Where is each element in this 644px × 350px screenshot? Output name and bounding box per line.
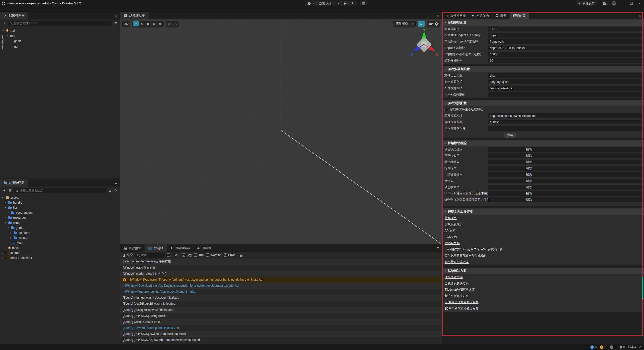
text-input[interactable]: language/texture — [488, 86, 642, 91]
notification-count[interactable]: 0 — [620, 345, 625, 349]
remove-module-button[interactable]: 剔除 — [488, 197, 642, 202]
doc-link[interactable]: 游戏模板项目 — [445, 222, 463, 227]
text-input[interactable] — [488, 92, 642, 97]
regex-checkbox[interactable]: 正则 — [167, 253, 177, 257]
remove-module-button[interactable]: 剔除 — [488, 160, 642, 164]
hierarchy-search-input[interactable] — [13, 22, 110, 25]
3d-mode-button[interactable]: 3D — [122, 21, 130, 27]
hierarchy-node[interactable]: main — [0, 28, 120, 33]
solution-link[interactable]: Tiledmap地图解决方案 — [445, 288, 475, 292]
section-header[interactable]: ▾ 框架解决方案 — [442, 268, 644, 274]
rotate-tool-button[interactable]: ↻ — [139, 21, 145, 26]
remove-module-button[interactable]: 剔除 — [488, 147, 642, 152]
asset-node[interactable]: internal — [0, 250, 120, 255]
solution-link[interactable]: 2D角色扮演游戏解决方案 — [445, 300, 478, 304]
scene-settings-button[interactable] — [433, 21, 439, 26]
remove-module-button[interactable]: 剔除 — [488, 172, 642, 177]
tab-hierarchy[interactable]: 层级管理器 — [0, 12, 28, 19]
doc-link[interactable]: Excel格式转Json文件与TypeScript代码工具 — [445, 247, 503, 252]
inspector-scrollbar-thumb[interactable] — [642, 277, 643, 299]
hierarchy-node[interactable]: gui — [0, 44, 120, 49]
build-publish-button[interactable]: 构建发布 — [576, 1, 597, 6]
text-input[interactable]: 60 — [488, 58, 642, 63]
tab-assets-preview[interactable]: ▤ 资源预览 — [120, 244, 145, 252]
remote-load-checkbox[interactable] — [444, 108, 448, 111]
camera-settings-button[interactable] — [427, 21, 433, 26]
remove-module-button[interactable]: 剔除 — [488, 191, 642, 196]
tab-services[interactable]: 服务 — [492, 12, 510, 19]
coordinate-toggle-button[interactable]: ◇ — [172, 21, 178, 26]
expand-chevron-icon[interactable] — [8, 227, 11, 229]
scene-viewport[interactable]: 3D + ↻ ▣ ▭ ∪ ◻ ◇ 正常渲染 ▾ — [120, 19, 442, 244]
asset-node[interactable]: initialize — [0, 235, 120, 240]
asset-node[interactable]: game — [0, 225, 120, 230]
expand-chevron-icon[interactable] — [7, 35, 10, 37]
create-node-button[interactable]: + — [2, 21, 6, 25]
expand-chevron-icon[interactable]: › — [128, 278, 129, 281]
create-asset-button[interactable]: + — [2, 189, 6, 192]
scale-tool-button[interactable]: ▣ — [145, 21, 151, 26]
asset-node[interactable]: libs — [0, 205, 120, 210]
doc-link[interactable]: 原生包热更新配置自动生成插件 — [445, 254, 487, 258]
hierarchy-node[interactable]: root — [0, 33, 120, 38]
text-input[interactable]: 1.0.5 — [488, 27, 642, 31]
console-search-input[interactable] — [141, 253, 163, 257]
qr-preview-button[interactable]: ▦ — [360, 1, 367, 5]
assets-search-input[interactable] — [19, 189, 104, 192]
hierarchy-node[interactable]: game — [0, 38, 120, 44]
remove-module-button[interactable]: 剔除 — [488, 179, 642, 183]
scene-select[interactable]: 当前场景 ▾ — [316, 1, 342, 6]
solution-link[interactable]: 战棋游戏框架 — [445, 275, 463, 279]
reload-button[interactable]: ↻ — [349, 1, 357, 6]
render-mode-select[interactable]: 正常渲染 ▾ — [393, 21, 416, 27]
warning-count[interactable]: ! 1 — [600, 345, 607, 349]
text-input[interactable]: oops — [488, 33, 642, 38]
open-project-folder-button[interactable] — [601, 1, 608, 6]
help-button[interactable]: ? — [612, 1, 616, 6]
lighting-toggle-button[interactable] — [418, 21, 425, 27]
minimize-button[interactable]: — — [621, 2, 625, 5]
expand-chevron-icon[interactable]: › — [123, 290, 124, 293]
section-header[interactable]: ▾ 游戏基础配置 — [442, 19, 644, 26]
section-header[interactable]: ▾ 游戏多语言配置 — [442, 66, 644, 72]
section-header[interactable]: ▾ 游戏资源配置 — [442, 100, 644, 106]
tab-scene-editor[interactable]: 场景编辑器 — [120, 12, 148, 19]
filter-checkbox[interactable]: Log — [182, 253, 192, 257]
pivot-toggle-button[interactable]: ◻ — [166, 21, 172, 26]
asset-node[interactable]: main — [0, 245, 120, 250]
expand-chevron-icon[interactable] — [2, 252, 6, 254]
asset-node[interactable]: seedrandom — [0, 210, 120, 215]
asset-node[interactable]: oops-framework — [0, 255, 120, 260]
refresh-icon[interactable]: ↻ — [114, 189, 118, 192]
doc-link[interactable]: 教程项目 — [445, 216, 457, 220]
save-button[interactable]: 保存 — [504, 133, 516, 138]
expand-chevron-icon[interactable] — [2, 196, 6, 199]
play-button[interactable]: ▶ — [342, 1, 349, 6]
tab-property-inspector[interactable]: ◎ 属性检查器 — [442, 12, 469, 19]
remove-module-button[interactable]: 剔除 — [488, 153, 642, 158]
panel-menu-icon[interactable]: ≡ — [115, 13, 117, 18]
tab-build-publish[interactable]: 构建发布 — [469, 12, 492, 19]
expand-chevron-icon[interactable] — [11, 45, 14, 48]
info-count[interactable]: i 3 — [590, 345, 597, 349]
assets-search[interactable] — [14, 188, 106, 193]
tab-console[interactable]: › 控制台 — [145, 244, 167, 252]
asset-node[interactable]: assets — [0, 195, 120, 200]
expand-chevron-icon[interactable] — [10, 232, 14, 234]
solution-link[interactable]: 3D角色扮演游戏解决方案 — [445, 307, 478, 311]
tab-assets[interactable]: 资源管理器 — [0, 179, 28, 187]
doc-link[interactable]: ECS文档 — [445, 235, 457, 239]
console-search[interactable] — [135, 253, 165, 258]
expand-chevron-icon[interactable] — [2, 257, 6, 259]
move-tool-button[interactable]: + — [133, 21, 139, 26]
close-button[interactable]: ✕ — [638, 2, 641, 5]
panel-menu-icon[interactable]: ≡ — [437, 13, 439, 18]
expand-chevron-icon[interactable] — [5, 216, 8, 219]
asset-node[interactable]: resources — [0, 215, 120, 220]
axis-gizmo[interactable]: Y X Z — [409, 28, 439, 58]
filter-checkbox[interactable]: Warning — [206, 253, 221, 257]
maximize-button[interactable]: ❐ — [630, 2, 633, 5]
tab-animation-graph[interactable]: ◈ 动画图 — [194, 244, 214, 252]
sort-assets-icon[interactable]: ⇅ — [8, 189, 12, 192]
rect-tool-button[interactable]: ▭ — [151, 21, 157, 26]
